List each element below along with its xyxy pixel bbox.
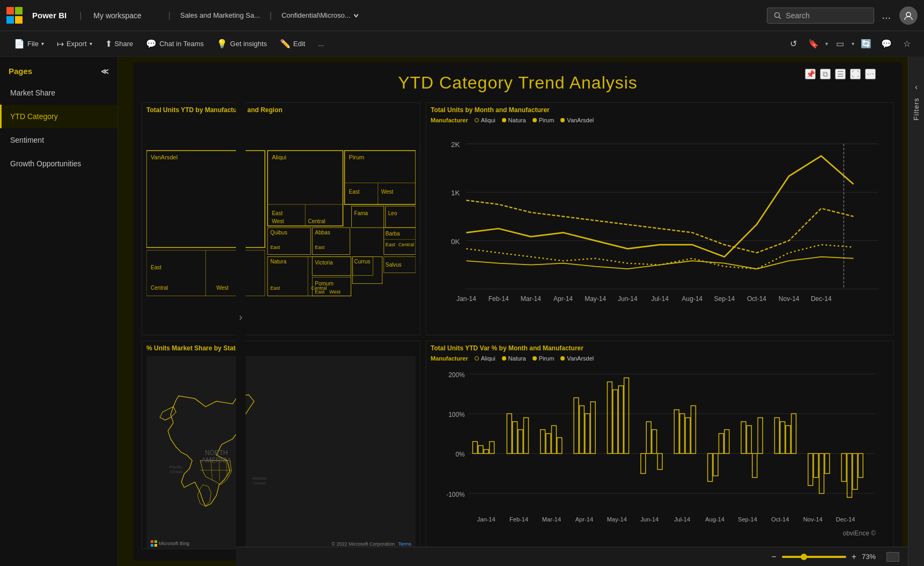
- svg-text:Pomum: Pomum: [315, 281, 334, 286]
- svg-text:Feb-14: Feb-14: [509, 516, 528, 523]
- svg-rect-100: [518, 430, 523, 454]
- svg-point-0: [775, 12, 780, 17]
- svg-rect-94: [472, 442, 477, 454]
- bar-chart-container[interactable]: 200% 100% 0% -100%: [426, 364, 893, 549]
- svg-text:Oct-14: Oct-14: [771, 516, 789, 523]
- sensitivity-label[interactable]: Confidential\Microso...: [282, 11, 359, 19]
- svg-text:Apr-14: Apr-14: [553, 295, 573, 303]
- svg-rect-136: [819, 454, 824, 494]
- svg-text:NORTH: NORTH: [205, 450, 228, 457]
- map-background: NORTH AMERICA Pacific Ocean Atlantic Oce…: [146, 356, 416, 549]
- more-options-button[interactable]: ...: [882, 9, 891, 21]
- sidebar-item-sentiment[interactable]: Sentiment: [0, 128, 117, 152]
- search-bar[interactable]: Search: [767, 8, 874, 24]
- star-button[interactable]: ☆: [898, 35, 915, 53]
- svg-rect-120: [685, 418, 690, 454]
- svg-rect-99: [513, 422, 518, 453]
- svg-text:West: West: [272, 218, 284, 224]
- chat-teams-button[interactable]: 💬 Chat in Teams: [141, 35, 209, 52]
- svg-text:200%: 200%: [448, 371, 465, 379]
- microsoft-logo: [6, 7, 24, 24]
- zoom-fit-button[interactable]: [886, 552, 899, 562]
- sidebar-item-market-share[interactable]: Market Share: [0, 81, 117, 105]
- zoom-slider[interactable]: [782, 556, 846, 558]
- bar-legend-label: Manufacturer: [431, 355, 468, 362]
- sidebar-item-ytd-category[interactable]: YTD Category: [0, 105, 117, 128]
- share-icon: ⬆: [105, 39, 112, 49]
- ms-logo-green: [15, 7, 23, 14]
- copy-icon[interactable]: ⧉: [820, 69, 831, 79]
- svg-rect-95: [478, 446, 483, 454]
- svg-text:Currus: Currus: [354, 259, 371, 264]
- svg-rect-132: [786, 426, 790, 454]
- pin-icon[interactable]: 📌: [805, 69, 816, 79]
- svg-rect-118: [674, 410, 679, 454]
- zoom-minus-button[interactable]: −: [771, 552, 776, 562]
- map-terms-link[interactable]: Terms: [398, 541, 412, 547]
- svg-text:West: West: [217, 285, 229, 291]
- filters-expand-arrow[interactable]: ‹: [915, 83, 918, 91]
- refresh-button[interactable]: 🔄: [858, 35, 875, 53]
- svg-text:Sep-14: Sep-14: [738, 516, 757, 523]
- dots-icon[interactable]: ⋯: [865, 69, 876, 79]
- search-icon: [774, 12, 781, 19]
- svg-text:Barba: Barba: [386, 231, 400, 237]
- svg-rect-113: [624, 378, 629, 454]
- visuals-grid: Total Units YTD by Manufacturer and Regi…: [133, 98, 903, 554]
- fullscreen-icon[interactable]: ⛶: [850, 69, 861, 79]
- user-avatar[interactable]: [899, 6, 918, 25]
- map-visual: % Units Market Share by State: [142, 341, 420, 549]
- filter-icon[interactable]: ☰: [835, 69, 846, 79]
- line-chart-legend: Manufacturer Aliqui Natura Pirum: [426, 116, 893, 126]
- svg-text:Ocean: Ocean: [169, 470, 182, 475]
- svg-rect-109: [590, 402, 595, 454]
- svg-text:East: East: [151, 264, 161, 270]
- page-up-arrow[interactable]: ›: [239, 312, 242, 323]
- sidebar-collapse-button[interactable]: ≪: [101, 67, 109, 76]
- toolbar-more-button[interactable]: ...: [313, 36, 329, 51]
- svg-point-2: [906, 12, 911, 17]
- treemap-visual: Total Units YTD by Manufacturer and Regi…: [142, 102, 420, 335]
- svg-text:West: West: [381, 189, 394, 195]
- bar-legend-aliqui: Aliqui: [475, 355, 496, 362]
- svg-rect-127: [746, 426, 751, 454]
- line-chart-svg: 2K 1K 0K: [431, 128, 889, 321]
- vanarsdel-dot: [560, 118, 565, 122]
- treemap-container[interactable]: VanArsdel East Central West Aliqui East: [142, 116, 420, 333]
- svg-text:Jul-14: Jul-14: [651, 295, 669, 303]
- svg-rect-123: [713, 454, 718, 476]
- svg-text:Natura: Natura: [270, 259, 286, 264]
- line-chart-container[interactable]: 2K 1K 0K: [426, 126, 893, 335]
- svg-text:Nov-14: Nov-14: [779, 295, 800, 303]
- bookmark-button[interactable]: 🔖: [805, 35, 822, 53]
- map-container[interactable]: NORTH AMERICA Pacific Ocean Atlantic Oce…: [146, 356, 416, 549]
- filters-label: Filters: [912, 98, 920, 120]
- bar-chart-visual: Total Units YTD Var % by Month and Manuf…: [426, 341, 894, 549]
- svg-text:East: East: [272, 210, 283, 216]
- toolbar-right: ↺ 🔖 ▾ ▭ ▾ 🔄 💬 ☆: [785, 35, 915, 53]
- edit-button[interactable]: ✏️ Edit: [275, 35, 311, 52]
- file-button[interactable]: 📄 File ▾: [9, 35, 49, 52]
- share-button[interactable]: ⬆ Share: [100, 35, 139, 52]
- svg-text:Jun-14: Jun-14: [618, 295, 638, 303]
- bar-legend-natura: Natura: [502, 355, 526, 362]
- bar-pirum-dot: [533, 356, 537, 361]
- undo-button[interactable]: ↺: [785, 35, 802, 53]
- zoom-plus-button[interactable]: +: [852, 552, 856, 562]
- svg-text:Jun-14: Jun-14: [640, 516, 659, 523]
- svg-text:Jan-14: Jan-14: [456, 295, 476, 303]
- export-button[interactable]: ↦ Export ▾: [51, 35, 98, 52]
- separator2: |: [168, 11, 171, 20]
- sidebar-item-growth-opportunities[interactable]: Growth Opportunities: [0, 152, 117, 175]
- svg-text:0K: 0K: [451, 238, 460, 246]
- chevron-down-icon: [353, 12, 359, 19]
- file-icon: 📄: [14, 39, 25, 49]
- svg-text:East: East: [315, 289, 325, 295]
- comment-button[interactable]: 💬: [878, 35, 895, 53]
- view-button[interactable]: ▭: [831, 35, 848, 53]
- legend-manufacturer-label: Manufacturer: [431, 117, 468, 123]
- svg-rect-122: [708, 454, 713, 482]
- get-insights-button[interactable]: 💡 Get insights: [211, 35, 272, 52]
- svg-text:100%: 100%: [448, 411, 465, 418]
- svg-rect-96: [484, 450, 489, 453]
